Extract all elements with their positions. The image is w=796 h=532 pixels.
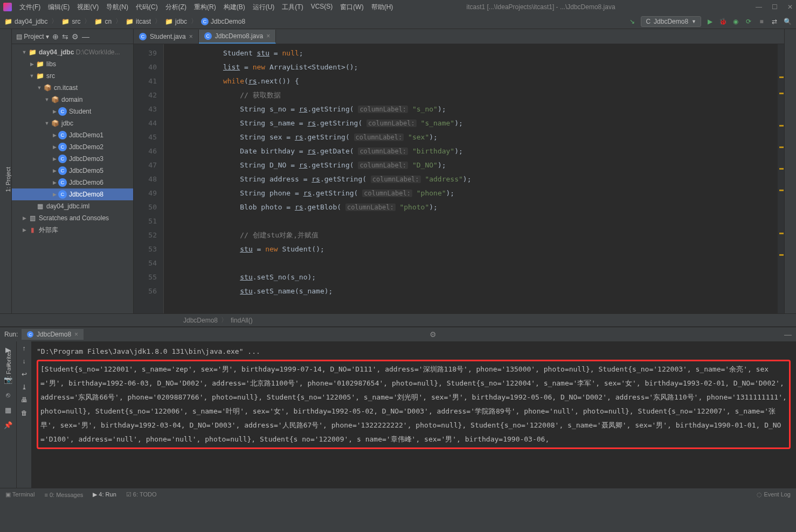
up-button[interactable]: ↑ bbox=[23, 345, 26, 352]
tree-student[interactable]: ▶CStudent bbox=[12, 106, 133, 117]
code-breadcrumb: JdbcDemo8 〉 findAll() bbox=[0, 313, 796, 326]
window-title: itcast1 [...\IdeaProjects\itcast1] - ...… bbox=[467, 3, 615, 11]
tree-demo8[interactable]: ▶CJdbcDemo8 bbox=[12, 188, 133, 200]
expand-icon[interactable]: ⇆ bbox=[62, 32, 68, 41]
maximize-button[interactable]: ☐ bbox=[772, 3, 778, 11]
clear-button[interactable]: 🗑 bbox=[21, 409, 27, 417]
crumb-class[interactable]: JdbcDemo8 bbox=[211, 18, 245, 25]
menu-tools[interactable]: 工具(T) bbox=[279, 2, 306, 13]
menu-build[interactable]: 构建(B) bbox=[220, 2, 248, 13]
run-toolbar-secondary: ↑ ↓ ↩ ⤓ 🖶 🗑 bbox=[16, 341, 31, 488]
statusbar: ▣ Terminal ≡ 0: Messages ▶ 4: Run ☑ 6: T… bbox=[0, 488, 796, 501]
profiler-button[interactable]: ⟳ bbox=[744, 17, 753, 26]
tree-external[interactable]: ▶▮外部库 bbox=[12, 224, 133, 236]
tree-demo1[interactable]: ▶CJdbcDemo1 bbox=[12, 129, 133, 141]
build-icon[interactable]: ↘ bbox=[628, 17, 636, 26]
menu-view[interactable]: 视图(V) bbox=[74, 2, 102, 13]
gear-icon[interactable]: ⚙ bbox=[72, 32, 79, 41]
run-tab[interactable]: C JdbcDemo8 × bbox=[22, 329, 84, 340]
coverage-button[interactable]: ◉ bbox=[731, 17, 740, 26]
menu-help[interactable]: 帮助(H) bbox=[368, 2, 397, 13]
folder-icon: 📁 bbox=[94, 18, 102, 25]
folder-icon: 📁 bbox=[61, 18, 70, 25]
scroll-button[interactable]: ⤓ bbox=[22, 383, 27, 391]
editor: CStudent.java× CJdbcDemo8.java× 39404142… bbox=[134, 29, 784, 313]
menu-navigate[interactable]: 导航(N) bbox=[103, 2, 131, 13]
run-button[interactable]: ▶ bbox=[705, 17, 714, 26]
menu-file[interactable]: 文件(F) bbox=[16, 2, 44, 13]
console-output[interactable]: "D:\Program Files\Java\jdk1.8.0 131\bin\… bbox=[31, 341, 796, 488]
folder-icon: 📁 bbox=[126, 18, 134, 25]
status-run[interactable]: ▶ 4: Run bbox=[93, 491, 116, 498]
crumb-jdbc[interactable]: jdbc bbox=[175, 18, 187, 25]
layout-button[interactable]: ▦ bbox=[3, 405, 13, 415]
status-terminal[interactable]: ▣ Terminal bbox=[5, 491, 34, 498]
status-eventlog[interactable]: ◌ Event Log bbox=[757, 491, 791, 498]
stop-button[interactable]: ■ bbox=[757, 17, 766, 26]
crumb-project[interactable]: day04_jdbc bbox=[15, 18, 47, 25]
error-stripe[interactable] bbox=[778, 44, 784, 313]
exit-button[interactable]: ⎋ bbox=[3, 390, 13, 400]
gear-icon[interactable]: ⚙ bbox=[430, 330, 437, 339]
menu-code[interactable]: 代码(C) bbox=[133, 2, 161, 13]
tool-favorites-tab[interactable]: 2: Favorites bbox=[5, 350, 12, 381]
run-tool-window: Run: C JdbcDemo8 × ⚙ — ▶ ■ 📷 ⎋ ▦ 📌 ↑ ↓ ↩… bbox=[0, 326, 796, 488]
minimize-button[interactable]: — bbox=[756, 3, 762, 11]
status-messages[interactable]: ≡ 0: Messages bbox=[44, 492, 83, 498]
nav-breadcrumb: 📁 day04_jdbc〉 📁 src〉 📁 cn〉 📁 itcast〉 📁 j… bbox=[4, 17, 245, 26]
tree-domain[interactable]: ▼📦domain bbox=[12, 94, 133, 106]
status-todo[interactable]: ☑ 6: TODO bbox=[126, 491, 157, 498]
right-toolwindow-bar bbox=[784, 29, 796, 313]
tree-iml[interactable]: ▦day04_jdbc.iml bbox=[12, 200, 133, 212]
menu-refactor[interactable]: 重构(R) bbox=[191, 2, 219, 13]
menu-edit[interactable]: 编辑(E) bbox=[45, 2, 73, 13]
tab-jdbcdemo8[interactable]: CJdbcDemo8.java× bbox=[199, 30, 276, 44]
print-button[interactable]: 🖶 bbox=[21, 396, 27, 404]
debug-button[interactable]: 🐞 bbox=[718, 17, 727, 26]
class-icon: C bbox=[201, 18, 209, 25]
crumb-cn[interactable]: cn bbox=[105, 18, 112, 25]
menu-run[interactable]: 运行(U) bbox=[250, 2, 278, 13]
hide-icon[interactable]: — bbox=[782, 330, 792, 339]
tree-package[interactable]: ▼📦cn.itcast bbox=[12, 82, 133, 94]
run-config-selector[interactable]: C JdbcDemo8 ▼ bbox=[641, 16, 701, 27]
wrap-button[interactable]: ↩ bbox=[22, 370, 27, 378]
folder-icon: 📁 bbox=[165, 18, 173, 25]
close-icon[interactable]: × bbox=[266, 32, 270, 40]
tree-demo3[interactable]: ▶CJdbcDemo3 bbox=[12, 153, 133, 165]
line-gutter[interactable]: 394041424344454647484950515253545556 bbox=[134, 44, 164, 313]
pin-button[interactable]: 📌 bbox=[3, 420, 13, 430]
crumb-itcast[interactable]: itcast bbox=[136, 18, 151, 25]
project-view-selector[interactable]: ▤ Project ▾ bbox=[16, 33, 49, 40]
project-tree[interactable]: ▼📁day04_jdbc D:\CWork\Ide... ▶📁libs ▼📁sr… bbox=[12, 44, 133, 313]
crumb-src[interactable]: src bbox=[72, 18, 80, 25]
menu-window[interactable]: 窗口(W) bbox=[337, 2, 366, 13]
tree-root[interactable]: ▼📁day04_jdbc D:\CWork\Ide... bbox=[12, 46, 133, 58]
code-editor[interactable]: Student stu = null; list = new ArrayList… bbox=[164, 44, 784, 313]
tab-student[interactable]: CStudent.java× bbox=[134, 30, 199, 44]
close-icon[interactable]: × bbox=[74, 331, 78, 338]
run-label: Run: bbox=[4, 331, 18, 338]
menu-vcs[interactable]: VCS(S) bbox=[308, 2, 336, 13]
menubar: 文件(F) 编辑(E) 视图(V) 导航(N) 代码(C) 分析(Z) 重构(R… bbox=[16, 2, 396, 13]
breadcrumb-method[interactable]: findAll() bbox=[231, 317, 253, 324]
tree-demo2[interactable]: ▶CJdbcDemo2 bbox=[12, 141, 133, 153]
down-button[interactable]: ↓ bbox=[23, 358, 26, 365]
tree-libs[interactable]: ▶📁libs bbox=[12, 58, 133, 70]
tree-demo6[interactable]: ▶CJdbcDemo6 bbox=[12, 177, 133, 188]
update-button[interactable]: ⇄ bbox=[770, 17, 779, 26]
close-button[interactable]: ✕ bbox=[787, 3, 793, 11]
titlebar: 文件(F) 编辑(E) 视图(V) 导航(N) 代码(C) 分析(Z) 重构(R… bbox=[0, 0, 796, 14]
tool-project-tab[interactable]: 1: Project bbox=[5, 163, 11, 196]
app-logo bbox=[3, 3, 12, 11]
close-icon[interactable]: × bbox=[189, 33, 193, 40]
menu-analyze[interactable]: 分析(Z) bbox=[162, 2, 190, 13]
tree-jdbc[interactable]: ▼📦jdbc bbox=[12, 117, 133, 129]
search-icon[interactable]: 🔍 bbox=[783, 17, 792, 26]
breadcrumb-class[interactable]: JdbcDemo8 bbox=[183, 317, 218, 324]
locate-icon[interactable]: ⊕ bbox=[52, 32, 59, 41]
tree-src[interactable]: ▼📁src bbox=[12, 70, 133, 82]
hide-icon[interactable]: — bbox=[82, 32, 89, 41]
tree-demo5[interactable]: ▶CJdbcDemo5 bbox=[12, 165, 133, 177]
tree-scratches[interactable]: ▶▥Scratches and Consoles bbox=[12, 212, 133, 224]
